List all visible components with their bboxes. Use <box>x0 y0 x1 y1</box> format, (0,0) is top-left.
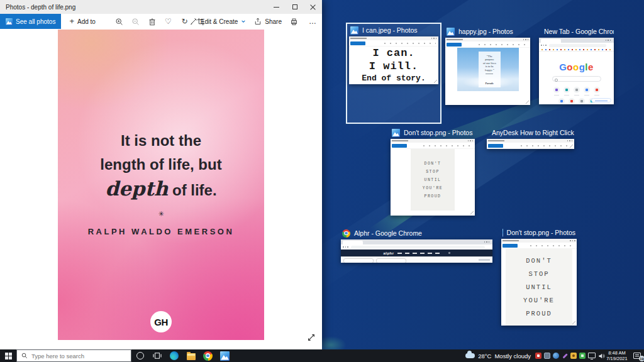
edge-button[interactable] <box>165 349 182 362</box>
search-icon <box>21 353 28 359</box>
mini-photo-content: DON'T STOP UNTIL YOU'RE PROUD <box>501 249 577 326</box>
taskbar-clock[interactable]: 8:48 AM 7/19/2021 <box>604 350 630 361</box>
quote-line: depth of life. <box>58 177 264 202</box>
snap-thumbnail-dont-stop-2[interactable]: Don't stop.png - Photos DON'T STOP UNTIL… <box>498 225 580 324</box>
tray-icon-red[interactable] <box>535 353 541 359</box>
quote-line: I will. <box>369 60 418 73</box>
chrome-app-icon <box>342 229 350 238</box>
delete-icon[interactable] <box>148 18 156 26</box>
rotate-icon[interactable]: ↻ <box>180 18 189 26</box>
snap-thumbnail-dont-stop[interactable]: Don't stop.png - Photos DON'T STOP UNTIL… <box>387 125 478 221</box>
photos-icon <box>220 351 230 361</box>
favorite-icon[interactable]: ♡ <box>164 18 172 26</box>
zoom-out-icon[interactable] <box>131 18 140 26</box>
resize-handle-icon <box>434 80 437 83</box>
tray-icon-blue[interactable] <box>553 353 559 359</box>
window-preview[interactable]: alphr Android No Sim Card Detected [Try … <box>341 239 492 263</box>
notification-badge: 19 <box>639 356 644 361</box>
shortcut-tile <box>553 87 560 93</box>
thumbnail-title: happy.jpg - Photos <box>458 28 513 35</box>
photos-toolbar: See all photos + Add to ♡ ↻ <box>0 14 322 29</box>
edit-create-button[interactable]: Edit & Create <box>190 18 246 25</box>
task-view-button[interactable] <box>148 349 165 362</box>
windows-logo-icon <box>5 353 12 359</box>
resize-handle-icon <box>572 321 575 324</box>
action-center-button[interactable]: 19 <box>631 349 643 362</box>
share-button[interactable]: Share <box>254 18 282 25</box>
tray-icon-green[interactable] <box>579 353 586 359</box>
clock-date: 7/19/2021 <box>604 356 630 361</box>
thumbnail-title: New Tab - Google Chrome <box>544 28 614 35</box>
window-preview[interactable]: Google <box>539 38 614 104</box>
taskbar: 28°C Mostly cloudy ^ 8:48 AM 7/19/2021 <box>0 349 644 362</box>
plus-icon: + <box>69 18 74 25</box>
quote-line: UNTIL <box>526 281 552 294</box>
mini-photo-content: I can. I will. End of story. <box>349 47 438 84</box>
alphr-page: alphr Android No Sim Card Detected [Try … <box>341 250 492 263</box>
photos-button[interactable] <box>216 349 233 362</box>
mini-tab-strip <box>539 38 614 43</box>
quote-line: YOU'RE <box>523 294 555 307</box>
customize-chrome-button <box>591 98 611 102</box>
snap-thumbnail-i-can[interactable]: I can.jpeg - Photos I can. I will. End o… <box>346 23 441 124</box>
mini-toolbar <box>487 143 574 149</box>
see-all-photos-button[interactable]: See all photos <box>0 14 61 29</box>
zoom-in-icon[interactable] <box>115 18 123 26</box>
attribution-line <box>486 74 493 74</box>
alphr-navbar: alphr <box>341 250 492 256</box>
tray-icon-pen[interactable] <box>562 353 568 359</box>
window-preview[interactable] <box>487 139 574 149</box>
window-preview[interactable]: I can. I will. End of story. <box>349 36 438 84</box>
chrome-button[interactable] <box>199 349 216 362</box>
depth-of-life-photo[interactable]: It is not the length of life, but depth … <box>58 30 264 340</box>
tray-icon-slate[interactable] <box>544 353 550 359</box>
add-to-button[interactable]: + Add to <box>69 18 96 25</box>
display-icon[interactable] <box>588 353 596 358</box>
thumbnail-title-row: Alphr - Google Chrome <box>341 229 492 239</box>
taskbar-search[interactable] <box>16 349 131 362</box>
tray-icons <box>535 353 605 359</box>
quote-line: PROUD <box>424 192 441 200</box>
fullscreen-expand-icon[interactable] <box>307 333 316 342</box>
resize-handle-icon <box>570 145 573 148</box>
snap-thumbnail-anydesk[interactable]: AnyDesk How to Right Click.png - Pho... <box>484 125 577 221</box>
window-preview[interactable]: DON'T STOP UNTIL YOU'RE PROUD <box>391 139 475 216</box>
file-explorer-icon <box>187 353 196 360</box>
maximize-button[interactable] <box>286 0 304 14</box>
chrome-icon <box>203 351 213 361</box>
photos-grid-icon <box>6 18 13 25</box>
quote-line: STOP <box>426 168 440 176</box>
quote-line: DON'T <box>526 255 552 268</box>
cortana-button[interactable] <box>131 349 148 362</box>
snap-thumbnail-alphr[interactable]: Alphr - Google Chrome alphr Android No S… <box>338 226 496 325</box>
search-input[interactable] <box>31 353 113 359</box>
toolbar-right-group: Edit & Create Share … <box>190 14 319 29</box>
window-preview[interactable]: DON'T STOP UNTIL YOU'RE PROUD <box>501 239 577 326</box>
titlebar[interactable]: Photos - depth of life.png <box>0 0 322 14</box>
thumbnail-title-row: I can.jpeg - Photos <box>349 26 438 36</box>
chevron-down-icon <box>241 19 246 24</box>
weather-widget[interactable]: 28°C Mostly cloudy <box>465 353 531 359</box>
snap-thumbnail-happy[interactable]: happy.jpg - Photos “The purpose of our l… <box>442 24 533 124</box>
thumbnail-title: Alphr - Google Chrome <box>354 229 422 237</box>
thumbnail-title: Don't stop.png - Photos <box>507 229 575 236</box>
quote-author: RALPH WALDO EMERSON <box>58 227 264 236</box>
file-explorer-button[interactable] <box>182 349 199 362</box>
ornament-icon: ✳ <box>58 210 264 218</box>
more-options-button[interactable]: … <box>306 17 319 26</box>
tray-icon-yellow[interactable] <box>570 353 577 359</box>
minimize-button[interactable] <box>267 0 286 14</box>
quote-line: End of story. <box>362 73 425 84</box>
chrome-downloads-bar <box>341 256 492 263</box>
print-icon[interactable] <box>290 18 298 26</box>
quote-line: I can. <box>372 47 414 60</box>
snap-thumbnail-new-tab[interactable]: New Tab - Google Chrome Google <box>536 24 617 124</box>
window-preview[interactable]: “The purpose of our lives is to be happy… <box>445 38 530 105</box>
close-button[interactable] <box>304 0 322 14</box>
quote-text: It is not the length of life, but depth … <box>58 30 264 202</box>
thumbnail-title-row: Don't stop.png - Photos <box>501 228 577 239</box>
thumbnail-title: AnyDesk How to Right Click.png - Pho... <box>492 129 574 136</box>
shortcut-tile <box>579 98 585 104</box>
shortcut-tile <box>594 87 600 93</box>
start-button[interactable] <box>0 349 16 362</box>
